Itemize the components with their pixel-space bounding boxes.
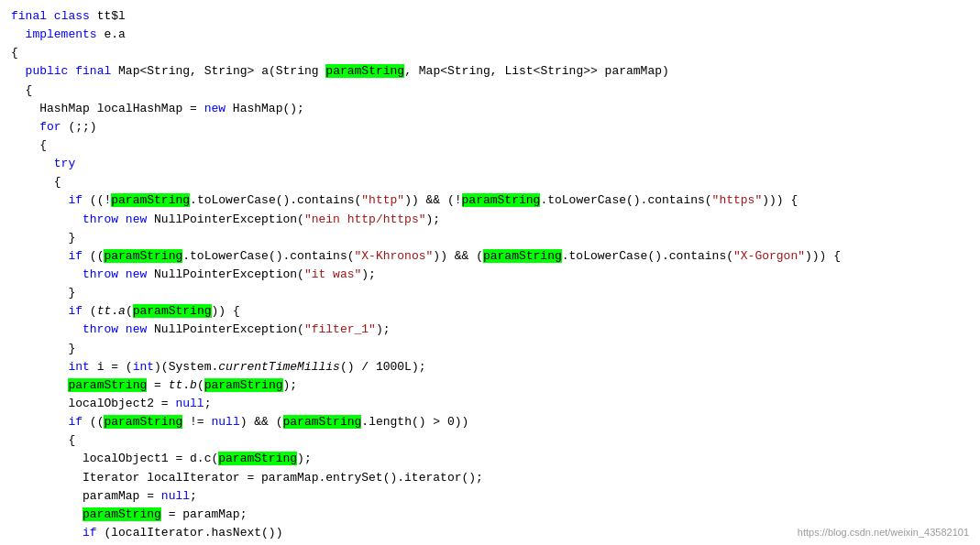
code-line-18: throw new NullPointerException("filter_1…	[11, 321, 969, 339]
code-line-17: if (tt.a(paramString)) {	[11, 302, 969, 321]
code-line-4: public final Map<String, String> a(Strin…	[11, 62, 969, 81]
code-line-23: if ((paramString != null) && (paramStrin…	[11, 413, 969, 431]
code-line-9: try	[11, 155, 969, 173]
code-line-3: {	[11, 44, 969, 62]
code-line-16: }	[11, 284, 969, 302]
code-line-27: paramMap = null;	[11, 487, 969, 506]
code-line-28: paramString = paramMap;	[11, 506, 969, 524]
code-line-20: int i = (int)(System.currentTimeMillis()…	[11, 358, 969, 376]
watermark-text: https://blog.csdn.net/weixin_43582101	[798, 527, 969, 538]
code-line-25: localObject1 = d.c(paramString);	[11, 450, 969, 468]
code-line-15: throw new NullPointerException("it was")…	[11, 266, 969, 284]
code-line-22: localObject2 = null;	[11, 395, 969, 413]
code-line-1: final class tt$l	[11, 7, 969, 26]
code-viewer: final class tt$l implements e.a { public…	[0, 0, 980, 545]
code-line-14: if ((paramString.toLowerCase().contains(…	[11, 247, 969, 266]
code-line-5: {	[11, 82, 969, 100]
code-line-2: implements e.a	[11, 26, 969, 44]
code-line-7: for (;;)	[11, 118, 969, 136]
code-line-10: {	[11, 173, 969, 191]
code-line-13: }	[11, 229, 969, 247]
code-line-21: paramString = tt.b(paramString);	[11, 376, 969, 395]
code-line-11: if ((!paramString.toLowerCase().contains…	[11, 191, 969, 210]
code-line-19: }	[11, 340, 969, 358]
code-line-24: {	[11, 431, 969, 450]
code-line-26: Iterator localIterator = paramMap.entryS…	[11, 469, 969, 487]
code-line-6: HashMap localHashMap = new HashMap();	[11, 100, 969, 118]
code-line-12: throw new NullPointerException("nein htt…	[11, 211, 969, 229]
code-line-8: {	[11, 136, 969, 155]
